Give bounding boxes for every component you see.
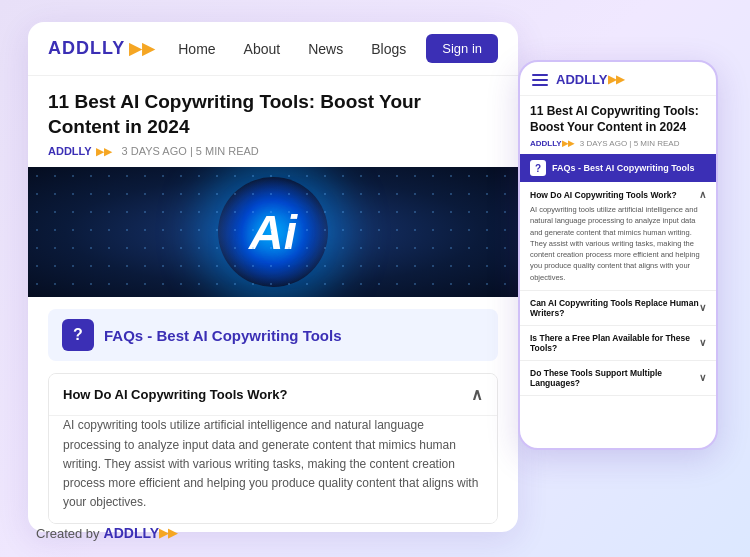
mobile-navbar: ADDLLY ▶▶ bbox=[520, 62, 716, 96]
mobile-faq-item-4: Do These Tools Support Multiple Language… bbox=[520, 361, 716, 396]
mobile-article-meta: ADDLLY ▶▶ 3 DAYS AGO | 5 MIN READ bbox=[520, 139, 716, 154]
nav-blogs[interactable]: Blogs bbox=[371, 41, 406, 57]
article-title: 11 Best AI Copywriting Tools: Boost Your… bbox=[28, 76, 518, 145]
signin-button[interactable]: Sign in bbox=[426, 34, 498, 63]
logo[interactable]: ADDLLY ▶▶ bbox=[48, 38, 155, 59]
main-article-card: ADDLLY ▶▶ Home About News Blogs Sign in … bbox=[28, 22, 518, 532]
hamburger-menu[interactable] bbox=[532, 74, 548, 86]
nav-home[interactable]: Home bbox=[178, 41, 215, 57]
mobile-faq-chevron-3-icon: ∨ bbox=[699, 337, 706, 348]
nav-about[interactable]: About bbox=[244, 41, 281, 57]
mobile-faq-question-2[interactable]: Can AI Copywriting Tools Replace Human W… bbox=[530, 298, 706, 318]
mobile-faq-header-title: FAQs - Best AI Copywriting Tools bbox=[552, 163, 695, 173]
logo-text: ADDLLY bbox=[48, 38, 125, 59]
mobile-faq-chevron-4-icon: ∨ bbox=[699, 372, 706, 383]
mobile-logo-text: ADDLLY bbox=[556, 72, 608, 87]
hero-dots bbox=[28, 167, 518, 297]
mobile-faq-question-1[interactable]: How Do AI Copywriting Tools Work? ∧ bbox=[530, 189, 706, 200]
mobile-card: ADDLLY ▶▶ 11 Best AI Copywriting Tools: … bbox=[518, 60, 718, 450]
mobile-author-arrow: ▶▶ bbox=[562, 139, 574, 148]
hero-image: Ai bbox=[28, 167, 518, 297]
faq-question-1[interactable]: How Do AI Copywriting Tools Work? ∧ bbox=[49, 374, 497, 416]
faq-chevron-1-icon: ∧ bbox=[471, 385, 483, 404]
mobile-faq-icon: ? bbox=[530, 160, 546, 176]
nav-links: Home About News Blogs bbox=[178, 41, 406, 57]
mobile-faq-chevron-2-icon: ∨ bbox=[699, 302, 706, 313]
footer-brand-arrow-icon: ▶▶ bbox=[159, 526, 177, 540]
footer-brand: ADDLLY ▶▶ bbox=[104, 525, 178, 541]
mobile-logo[interactable]: ADDLLY ▶▶ bbox=[556, 72, 624, 87]
mobile-faq-q2-text: Can AI Copywriting Tools Replace Human W… bbox=[530, 298, 699, 318]
mobile-meta-info: 3 DAYS AGO | 5 MIN READ bbox=[580, 139, 680, 148]
author-logo-arrow: ▶▶ bbox=[96, 146, 112, 157]
mobile-faq-question-4[interactable]: Do These Tools Support Multiple Language… bbox=[530, 368, 706, 388]
footer-brand-text: ADDLLY bbox=[104, 525, 160, 541]
faq-icon: ? bbox=[62, 319, 94, 351]
faq-answer-1: AI copywriting tools utilize artificial … bbox=[49, 416, 497, 523]
mobile-faq-question-3[interactable]: Is There a Free Plan Available for These… bbox=[530, 333, 706, 353]
author-logo-text: ADDLLY bbox=[48, 145, 92, 157]
mobile-faq-item-1: How Do AI Copywriting Tools Work? ∧ AI c… bbox=[520, 182, 716, 291]
mobile-faq-chevron-1-icon: ∧ bbox=[699, 189, 706, 200]
mobile-faq-item-3: Is There a Free Plan Available for These… bbox=[520, 326, 716, 361]
mobile-logo-arrow-icon: ▶▶ bbox=[608, 73, 624, 86]
faq-question-1-text: How Do AI Copywriting Tools Work? bbox=[63, 387, 287, 402]
article-meta: ADDLLY ▶▶ 3 DAYS AGO | 5 MIN READ bbox=[28, 145, 518, 167]
mobile-faq-q3-text: Is There a Free Plan Available for These… bbox=[530, 333, 699, 353]
nav-news[interactable]: News bbox=[308, 41, 343, 57]
article-meta-info: 3 DAYS AGO | 5 MIN READ bbox=[122, 145, 259, 157]
mobile-faq-header: ? FAQs - Best AI Copywriting Tools bbox=[520, 154, 716, 182]
logo-arrow-icon: ▶▶ bbox=[129, 39, 155, 58]
faq-item-1: How Do AI Copywriting Tools Work? ∧ AI c… bbox=[48, 373, 498, 524]
mobile-article-title: 11 Best AI Copywriting Tools: Boost Your… bbox=[520, 96, 716, 139]
faq-header-title: FAQs - Best AI Copywriting Tools bbox=[104, 327, 342, 344]
author-logo: ADDLLY ▶▶ bbox=[48, 145, 112, 157]
footer: Created by ADDLLY ▶▶ bbox=[36, 525, 177, 541]
footer-created-by: Created by bbox=[36, 526, 100, 541]
mobile-author-text: ADDLLY bbox=[530, 139, 562, 148]
faq-header: ? FAQs - Best AI Copywriting Tools bbox=[48, 309, 498, 361]
mobile-faq-q4-text: Do These Tools Support Multiple Language… bbox=[530, 368, 699, 388]
mobile-author-logo: ADDLLY ▶▶ bbox=[530, 139, 574, 148]
mobile-faq-q1-text: How Do AI Copywriting Tools Work? bbox=[530, 190, 677, 200]
mobile-faq-answer-1: AI copywriting tools utilize artificial … bbox=[530, 204, 706, 283]
navbar: ADDLLY ▶▶ Home About News Blogs Sign in bbox=[28, 22, 518, 76]
faq-section: ? FAQs - Best AI Copywriting Tools How D… bbox=[28, 297, 518, 532]
mobile-faq-item-2: Can AI Copywriting Tools Replace Human W… bbox=[520, 291, 716, 326]
